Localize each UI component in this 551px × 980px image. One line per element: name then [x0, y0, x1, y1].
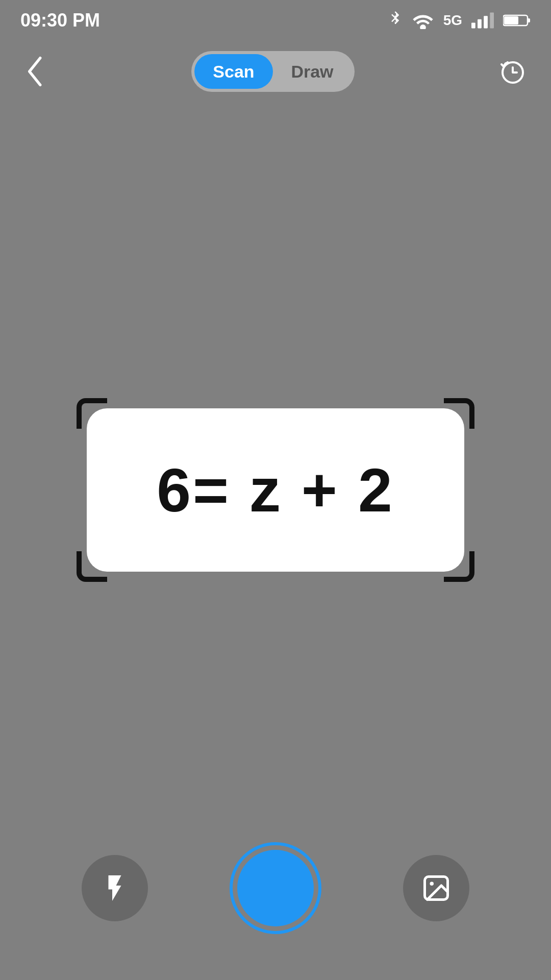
flash-icon: [99, 873, 130, 903]
battery-icon: [503, 13, 531, 28]
svg-rect-6: [504, 16, 518, 24]
scan-frame-area: 6= z + 2: [0, 102, 551, 878]
svg-rect-5: [528, 18, 530, 22]
wifi-icon: [412, 12, 434, 29]
equation-display: 6= z + 2: [157, 455, 394, 525]
svg-rect-0: [471, 22, 475, 28]
shutter-button[interactable]: [230, 842, 321, 934]
svg-rect-2: [484, 16, 488, 28]
status-icons: 5G: [388, 10, 531, 31]
gallery-icon: [421, 873, 452, 903]
gallery-button[interactable]: [403, 855, 469, 921]
svg-rect-1: [478, 19, 482, 29]
flash-button[interactable]: [82, 855, 148, 921]
network-type-label: 5G: [443, 12, 462, 29]
bluetooth-icon: [388, 10, 403, 31]
scan-tab[interactable]: Scan: [194, 54, 273, 89]
history-button[interactable]: [495, 54, 531, 89]
scan-frame: 6= z + 2: [77, 398, 474, 582]
header: Scan Draw: [0, 41, 551, 102]
status-time: 09:30 PM: [20, 10, 100, 31]
status-bar: 09:30 PM 5G: [0, 0, 551, 41]
draw-tab[interactable]: Draw: [273, 54, 352, 89]
scan-draw-toggle: Scan Draw: [191, 51, 355, 92]
scan-content-area: 6= z + 2: [87, 408, 464, 572]
svg-point-9: [430, 882, 434, 886]
svg-rect-3: [490, 13, 494, 29]
shutter-inner: [237, 850, 314, 926]
bottom-controls: [0, 837, 551, 939]
back-button[interactable]: [20, 56, 51, 87]
signal-icon: [471, 12, 494, 29]
